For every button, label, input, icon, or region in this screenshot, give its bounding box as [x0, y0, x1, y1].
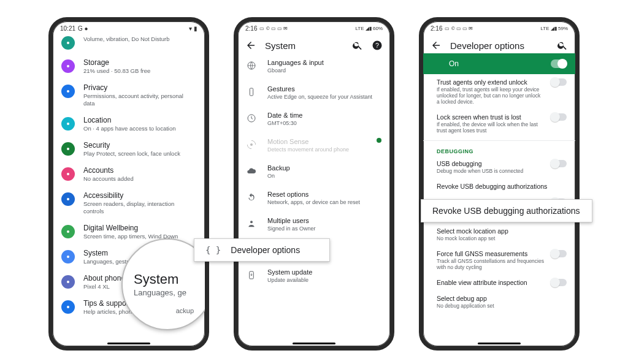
- row-title: Gestures: [267, 85, 381, 93]
- row-sub: If enabled, the device will lock when th…: [437, 121, 545, 134]
- row-icon: [61, 300, 75, 314]
- svg-point-2: [67, 90, 69, 93]
- row-title: Accessibility: [83, 191, 196, 200]
- dev-row-enable-view-attribute-inspecti[interactable]: Enable view attribute inspection: [423, 275, 575, 290]
- svg-point-17: [250, 221, 253, 223]
- row-title: Location: [83, 116, 196, 124]
- row-sub: Gboard: [267, 67, 381, 74]
- system-row-backup[interactable]: BackupOn: [238, 159, 390, 185]
- status-bar: 2:16 ▭ © ▭ ▭ ✉ LTE ◢▮ 59%: [423, 21, 575, 35]
- svg-point-16: [250, 143, 253, 146]
- row-title: Privacy: [83, 83, 196, 92]
- app-bar: Developer options: [423, 35, 575, 53]
- row-icon: [61, 250, 75, 264]
- svg-point-3: [67, 123, 69, 125]
- svg-point-1: [67, 65, 69, 67]
- nav-pill[interactable]: [293, 343, 335, 344]
- callout-label: Revoke USB debugging authorizations: [432, 206, 580, 216]
- settings-row-sound[interactable]: Volume, vibration, Do Not Disturb: [53, 35, 205, 54]
- row-sub: 21% used · 50.83 GB free: [83, 67, 196, 75]
- svg-point-7: [67, 230, 69, 233]
- settings-row-accessibility[interactable]: AccessibilityScreen readers, display, in…: [53, 187, 205, 219]
- system-row-gestures[interactable]: GesturesActive Edge on, squeeze for your…: [238, 80, 390, 106]
- help-icon[interactable]: ?: [372, 40, 383, 51]
- row-title: USB debugging: [437, 160, 545, 167]
- row-title: Date & time: [267, 112, 381, 119]
- row-icon: [61, 85, 75, 98]
- dev-row-select-debug-app[interactable]: Select debug appNo debug application set: [423, 290, 575, 313]
- system-row-multiple-users[interactable]: Multiple usersSigned in as Owner: [238, 211, 390, 238]
- settings-row-accounts[interactable]: AccountsNo accounts added: [53, 162, 205, 187]
- magnifier-sub: Languages, ge: [134, 288, 209, 297]
- settings-row-location[interactable]: LocationOn · 4 apps have access to locat…: [53, 112, 205, 137]
- row-icon: [61, 275, 75, 289]
- dev-row-force-full-gnss-measurements[interactable]: Force full GNSS measurementsTrack all GN…: [423, 246, 575, 275]
- settings-row-storage[interactable]: Storage21% used · 50.83 GB free: [53, 54, 205, 79]
- toggle-on-icon[interactable]: [551, 59, 567, 68]
- svg-point-10: [67, 306, 69, 308]
- toggle-icon[interactable]: [551, 160, 567, 167]
- system-row-motion-sense: Motion SenseDetects movement around phon…: [238, 132, 390, 159]
- status-right-icons: LTE ◢▮ 60%: [355, 26, 383, 31]
- row-sub: Signed in as Owner: [267, 226, 381, 232]
- dev-row-lock-screen-when-trust-is-lost[interactable]: Lock screen when trust is lostIf enabled…: [423, 109, 575, 138]
- search-icon[interactable]: [557, 40, 568, 51]
- toggle-icon[interactable]: [551, 78, 567, 86]
- nav-pill[interactable]: [478, 343, 521, 344]
- callout-developer-options: { } Developer options: [194, 238, 330, 262]
- dev-row-select-mock-location-app[interactable]: Select mock location appNo mock location…: [423, 223, 575, 246]
- system-row-languages-input[interactable]: Languages & inputGboard: [238, 53, 390, 80]
- row-title: Languages & input: [267, 59, 381, 67]
- master-toggle-row[interactable]: On: [423, 53, 575, 74]
- svg-point-9: [67, 281, 69, 283]
- search-icon[interactable]: [352, 40, 363, 51]
- row-icon: [61, 192, 75, 206]
- svg-rect-14: [250, 88, 253, 96]
- row-sub: Detects movement around phone: [267, 146, 366, 153]
- page-title: Developer options: [450, 40, 548, 51]
- svg-point-8: [67, 256, 69, 258]
- callout-revoke-usb: Revoke USB debugging authorizations: [421, 199, 592, 222]
- system-row-reset-options[interactable]: Reset optionsNetwork, apps, or device ca…: [238, 185, 390, 211]
- page-title: System: [265, 40, 343, 51]
- row-sub: No mock location app set: [437, 235, 567, 241]
- svg-point-5: [67, 173, 69, 175]
- phone-devoptions: 2:16 ▭ © ▭ ▭ ✉ LTE ◢▮ 59% Developer opti…: [419, 17, 580, 351]
- system-row-date-time[interactable]: Date & timeGMT+05:30: [238, 106, 390, 132]
- update-icon: [247, 270, 256, 282]
- dev-row-trust-agents-only-extend-unloc[interactable]: Trust agents only extend unlockIf enable…: [423, 74, 575, 109]
- dev-row-revoke-usb-debugging-authoriza[interactable]: Revoke USB debugging authorizations: [423, 178, 575, 194]
- status-left-icons: G ●: [78, 25, 88, 32]
- row-title: Revoke USB debugging authorizations: [437, 183, 567, 190]
- row-sub: On: [267, 173, 381, 180]
- dev-row-usb-debugging[interactable]: USB debuggingDebug mode when USB is conn…: [423, 156, 575, 178]
- toggle-icon[interactable]: [551, 279, 567, 286]
- row-title: Backup: [267, 164, 381, 172]
- toggle-icon[interactable]: [551, 250, 567, 257]
- system-row-system-update[interactable]: System updateUpdate available: [238, 263, 390, 289]
- toggle-icon[interactable]: [551, 113, 567, 121]
- nav-pill[interactable]: [107, 343, 150, 344]
- row-title: Lock screen when trust is lost: [437, 113, 545, 121]
- row-icon: [61, 225, 75, 238]
- clock-icon: [247, 113, 256, 126]
- row-sub: Network, apps, or device can be reset: [267, 199, 381, 206]
- row-sub: Screen time, app timers, Wind Down: [83, 233, 196, 240]
- row-sub: Update available: [267, 277, 381, 284]
- status-left-icons: ▭ © ▭ ▭ ✉: [445, 26, 473, 31]
- row-icon: [61, 142, 75, 156]
- settings-row-privacy[interactable]: PrivacyPermissions, account activity, pe…: [53, 79, 205, 112]
- status-time: 2:16: [431, 25, 442, 32]
- row-title: System update: [267, 268, 381, 276]
- gesture-icon: [247, 87, 256, 99]
- settings-row-security[interactable]: SecurityPlay Protect, screen lock, face …: [53, 137, 205, 162]
- magnifier-title: System: [134, 272, 209, 287]
- row-title: Accounts: [83, 166, 196, 175]
- status-bar: 2:16 ▭ © ▭ ▭ ✉ LTE ◢▮ 60%: [238, 21, 390, 35]
- row-title: Force full GNSS measurements: [437, 250, 545, 257]
- info-badge-icon[interactable]: [377, 138, 381, 143]
- row-sub: No accounts added: [83, 175, 196, 183]
- row-icon: [61, 59, 75, 73]
- back-icon[interactable]: [245, 40, 256, 51]
- back-icon[interactable]: [431, 40, 442, 51]
